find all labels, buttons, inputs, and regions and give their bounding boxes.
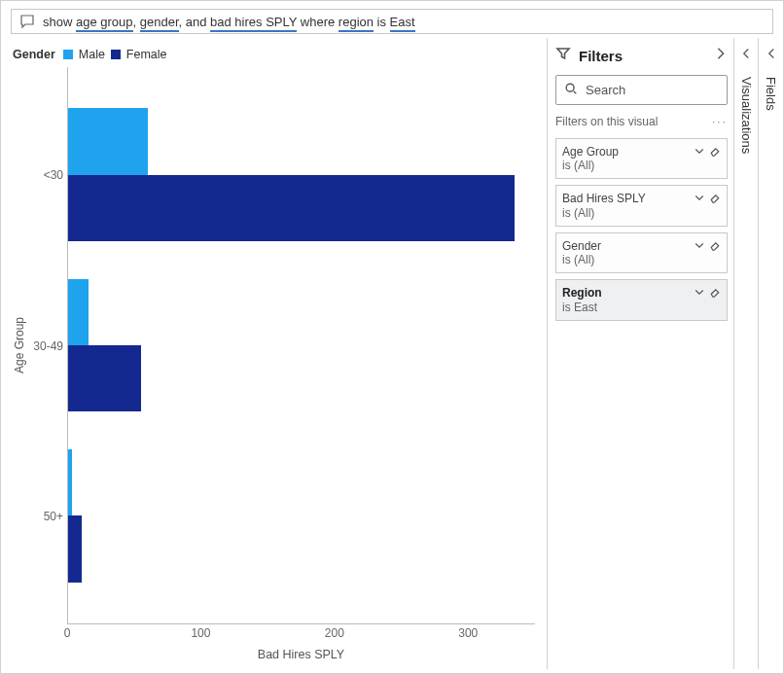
fields-label: Fields xyxy=(764,77,778,111)
x-axis: Bad Hires SPLY 0100200300 xyxy=(67,624,535,661)
y-tick-label: <30 xyxy=(44,168,63,182)
bar-group xyxy=(68,279,535,412)
chevron-left-icon xyxy=(740,48,752,59)
filter-name: Age Group xyxy=(562,145,690,159)
bar-female[interactable] xyxy=(68,515,82,582)
y-axis-label: Age Group xyxy=(13,317,26,373)
eraser-icon[interactable] xyxy=(709,239,721,254)
filter-name: Gender xyxy=(562,239,690,253)
chevron-right-icon[interactable] xyxy=(714,47,728,64)
chevron-down-icon[interactable] xyxy=(694,286,705,301)
y-tick-label: 30-49 xyxy=(33,339,63,353)
legend-swatch-male xyxy=(63,50,73,59)
visualizations-label: Visualizations xyxy=(739,77,754,154)
filter-name: Bad Hires SPLY xyxy=(562,192,690,205)
filter-card[interactable]: Regionis East xyxy=(555,279,728,320)
filter-icon xyxy=(555,46,571,65)
more-options-icon[interactable]: ··· xyxy=(712,115,728,128)
chart-visual[interactable]: Gender Male Female Age Group <3030-4950+… xyxy=(1,38,548,669)
chevron-down-icon[interactable] xyxy=(694,145,705,160)
filter-condition: is (All) xyxy=(562,253,690,266)
legend-swatch-female xyxy=(111,50,121,59)
filters-section-label: Filters on this visual xyxy=(555,115,712,128)
bar-male[interactable] xyxy=(68,449,72,515)
x-tick-label: 300 xyxy=(458,626,478,640)
bar-group xyxy=(68,108,535,241)
search-icon xyxy=(564,82,578,98)
plot-area xyxy=(67,67,535,624)
filters-search-input[interactable]: Search xyxy=(555,75,728,105)
legend-title: Gender xyxy=(13,48,55,61)
eraser-icon[interactable] xyxy=(709,192,721,206)
filter-card[interactable]: Age Groupis (All) xyxy=(555,138,728,179)
x-tick-label: 0 xyxy=(64,626,71,640)
x-tick-label: 100 xyxy=(191,626,210,640)
qa-text: show age group, gender, and bad hires SP… xyxy=(43,15,415,29)
y-axis-ticks: <3030-4950+ xyxy=(30,67,67,624)
filter-card[interactable]: Genderis (All) xyxy=(555,232,728,273)
bar-group xyxy=(68,449,535,583)
filter-condition: is East xyxy=(562,301,690,314)
chevron-down-icon[interactable] xyxy=(694,239,705,254)
filter-condition: is (All) xyxy=(562,159,690,172)
filter-card[interactable]: Bad Hires SPLYis (All) xyxy=(555,185,728,226)
legend-label-female: Female xyxy=(126,48,167,61)
bar-female[interactable] xyxy=(68,345,141,411)
eraser-icon[interactable] xyxy=(709,145,721,160)
chevron-left-icon xyxy=(766,48,777,59)
filters-pane: Filters Search Filters on this visual ··… xyxy=(548,38,734,669)
svg-point-0 xyxy=(566,84,574,91)
x-axis-label: Bad Hires SPLY xyxy=(258,648,344,661)
bar-female[interactable] xyxy=(68,175,515,241)
legend-label-male: Male xyxy=(79,48,105,61)
qa-input-bar[interactable]: show age group, gender, and bad hires SP… xyxy=(11,9,773,34)
x-tick-label: 200 xyxy=(325,626,344,640)
filters-title: Filters xyxy=(579,48,706,64)
chevron-down-icon[interactable] xyxy=(694,192,705,206)
search-placeholder: Search xyxy=(586,83,625,97)
fields-pane-collapsed[interactable]: Fields xyxy=(759,38,783,669)
bar-male[interactable] xyxy=(68,108,148,174)
chat-icon xyxy=(19,14,35,29)
y-tick-label: 50+ xyxy=(44,510,63,523)
eraser-icon[interactable] xyxy=(709,286,721,301)
filter-condition: is (All) xyxy=(562,206,690,220)
bar-male[interactable] xyxy=(68,279,89,345)
filter-name: Region xyxy=(562,286,690,300)
visualizations-pane-collapsed[interactable]: Visualizations xyxy=(734,38,759,669)
chart-legend: Gender Male Female xyxy=(13,48,535,61)
